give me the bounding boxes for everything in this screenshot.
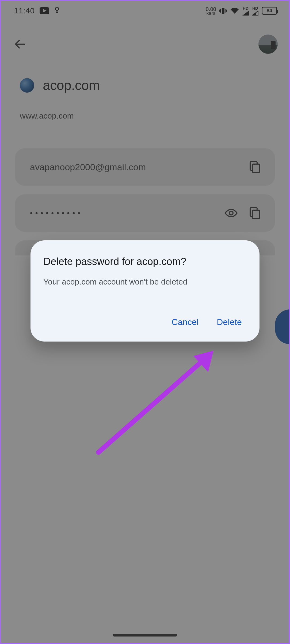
dialog-actions: Cancel Delete [43, 317, 247, 332]
delete-password-dialog: Delete password for acop.com? Your acop.… [30, 240, 260, 342]
dialog-title: Delete password for acop.com? [43, 255, 247, 268]
cancel-button[interactable]: Cancel [171, 317, 199, 327]
delete-button[interactable]: Delete [217, 317, 242, 327]
dialog-body: Your acop.com account won't be deleted [43, 276, 247, 288]
